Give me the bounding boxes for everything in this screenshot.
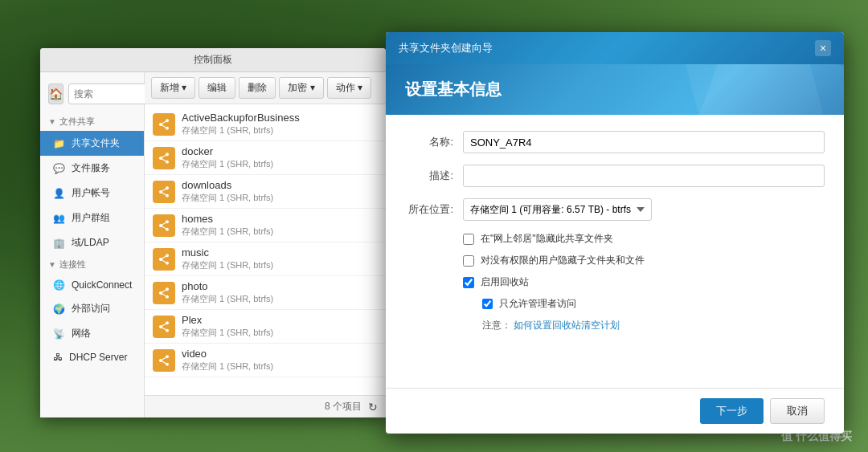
recycle-schedule-link[interactable]: 如何设置回收站清空计划 (514, 320, 620, 331)
recycle-checkbox[interactable] (463, 277, 474, 288)
file-meta: 存储空间 1 (SHR, btrfs) (182, 158, 378, 170)
sidebar-item-shared-folder[interactable]: 📁 共享文件夹 (40, 131, 144, 156)
dialog-titlebar: 共享文件夹创建向导 × (386, 32, 844, 64)
chevron-icon: ▼ (48, 117, 56, 126)
action-button[interactable]: 动作 ▾ (327, 77, 371, 99)
form-row-name: 名称: (405, 131, 825, 153)
file-name: downloads (182, 179, 378, 191)
admin-only-checkbox[interactable] (482, 299, 493, 309)
delete-button[interactable]: 删除 (239, 77, 276, 99)
share-icon (153, 113, 175, 136)
cp-main-content: 新增 ▾ 编辑 删除 加密 ▾ 动作 ▾ ActiveBackupforBusi… (145, 72, 386, 417)
hide-network-checkbox[interactable] (463, 234, 474, 245)
file-meta: 存储空间 1 (SHR, btrfs) (182, 124, 378, 136)
note-row: 注意： 如何设置回收站清空计划 (405, 319, 825, 332)
checkbox-row-admin-only: 只允许管理者访问 (405, 297, 825, 311)
file-info: ActiveBackupforBusiness 存储空间 1 (SHR, btr… (182, 112, 378, 136)
share-icon (153, 248, 175, 271)
form-row-desc: 描述: (405, 165, 825, 187)
sidebar-item-user-group[interactable]: 👥 用户群组 (40, 206, 144, 230)
share-icon (153, 349, 175, 372)
cp-sidebar: 🏠 ▼ 文件共享 📁 共享文件夹 💬 文件服务 👤 用户帐号 👥 用户群 (40, 72, 145, 417)
dialog-body: 名称: 描述: 所在位置: 存储空间 1 (可用容量: 6.57 TB) - b… (386, 115, 844, 388)
network-icon: 📡 (53, 328, 65, 340)
file-item[interactable]: downloads 存储空间 1 (SHR, btrfs) (145, 175, 386, 209)
file-list: ActiveBackupforBusiness 存储空间 1 (SHR, btr… (145, 104, 386, 395)
file-meta: 存储空间 1 (SHR, btrfs) (182, 192, 378, 204)
file-item[interactable]: video 存储空间 1 (SHR, btrfs) (145, 344, 386, 377)
dialog-header-banner: 设置基本信息 (386, 64, 844, 115)
new-button[interactable]: 新增 ▾ (151, 77, 195, 99)
file-item[interactable]: ActiveBackupforBusiness 存储空间 1 (SHR, btr… (145, 108, 386, 141)
section-connectivity: ▼ 连接性 (40, 255, 144, 274)
sidebar-top: 🏠 (40, 79, 144, 109)
dialog-main-title: 设置基本信息 (405, 79, 825, 100)
sidebar-item-network[interactable]: 📡 网络 (40, 321, 144, 346)
sidebar-item-file-service[interactable]: 💬 文件服务 (40, 156, 144, 181)
sidebar-item-ldap[interactable]: 🏢 域/LDAP (40, 230, 144, 255)
file-meta: 存储空间 1 (SHR, btrfs) (182, 360, 378, 373)
file-info: photo 存储空间 1 (SHR, btrfs) (182, 280, 378, 305)
domain-icon: 🏢 (53, 238, 65, 249)
file-info: downloads 存储空间 1 (SHR, btrfs) (182, 179, 378, 204)
checkbox-row-hide-noperm: 对没有权限的用户隐藏子文件夹和文件 (405, 254, 825, 267)
file-info: music 存储空间 1 (SHR, btrfs) (182, 246, 378, 271)
dialog-window: 共享文件夹创建向导 × 设置基本信息 名称: 描述: 所在位置: 存储空间 1 … (386, 32, 844, 434)
dhcp-icon: 🖧 (53, 352, 63, 363)
dialog-close-button[interactable]: × (815, 40, 831, 56)
edit-button[interactable]: 编辑 (199, 77, 235, 99)
file-name: music (182, 246, 378, 259)
file-meta: 存储空间 1 (SHR, btrfs) (182, 259, 378, 271)
sidebar-item-quickconnect[interactable]: 🌐 QuickConnect (40, 274, 144, 296)
control-panel-window: 控制面板 🏠 ▼ 文件共享 📁 共享文件夹 💬 文件服务 👤 用户帐号 (40, 48, 386, 417)
share-icon (153, 214, 175, 237)
file-item[interactable]: docker 存储空间 1 (SHR, btrfs) (145, 141, 386, 175)
desc-label: 描述: (405, 169, 453, 183)
share-icon (153, 316, 175, 338)
share-icon (153, 181, 175, 203)
sidebar-item-external-access[interactable]: 🌍 外部访问 (40, 296, 144, 321)
file-item[interactable]: photo 存储空间 1 (SHR, btrfs) (145, 276, 386, 310)
folder-shared-icon: 📁 (53, 138, 65, 149)
file-item[interactable]: homes 存储空间 1 (SHR, btrfs) (145, 209, 386, 242)
file-name: video (182, 348, 378, 360)
quickconnect-icon: 🌐 (53, 279, 65, 291)
file-item[interactable]: music 存储空间 1 (SHR, btrfs) (145, 242, 386, 276)
home-button[interactable]: 🏠 (48, 83, 63, 104)
share-icon (153, 147, 175, 169)
location-select-wrapper: 存储空间 1 (可用容量: 6.57 TB) - btrfs (463, 198, 825, 221)
cp-footer: 8 个项目 ↻ (145, 395, 386, 417)
file-info: docker 存储空间 1 (SHR, btrfs) (182, 145, 378, 170)
next-button[interactable]: 下一步 (700, 398, 764, 424)
file-name: Plex (182, 314, 378, 326)
encrypt-button[interactable]: 加密 ▾ (279, 77, 323, 99)
checkbox-row-recycle: 启用回收站 (405, 275, 825, 289)
desc-input[interactable] (463, 165, 825, 187)
location-select[interactable]: 存储空间 1 (可用容量: 6.57 TB) - btrfs (463, 198, 652, 221)
item-count: 8 个项目 (325, 400, 362, 413)
file-meta: 存储空间 1 (SHR, btrfs) (182, 226, 378, 238)
name-input[interactable] (463, 131, 825, 153)
form-row-location: 所在位置: 存储空间 1 (可用容量: 6.57 TB) - btrfs (405, 198, 825, 221)
cp-titlebar: 控制面板 (40, 48, 386, 72)
location-label: 所在位置: (405, 202, 453, 217)
chevron-icon-2: ▼ (48, 260, 56, 269)
recycle-label: 启用回收站 (481, 275, 529, 289)
cancel-button[interactable]: 取消 (770, 398, 825, 424)
cp-toolbar: 新增 ▾ 编辑 删除 加密 ▾ 动作 ▾ (145, 72, 386, 104)
note-prefix: 注意： (482, 320, 511, 331)
file-meta: 存储空间 1 (SHR, btrfs) (182, 327, 378, 339)
checkbox-row-hide-network: 在"网上邻居"隐藏此共享文件夹 (405, 232, 825, 246)
dialog-title-text: 共享文件夹创建向导 (399, 41, 493, 55)
file-meta: 存储空间 1 (SHR, btrfs) (182, 293, 378, 305)
file-info: homes 存储空间 1 (SHR, btrfs) (182, 213, 378, 238)
file-item[interactable]: Plex 存储空间 1 (SHR, btrfs) (145, 310, 386, 344)
sidebar-item-user-account[interactable]: 👤 用户帐号 (40, 181, 144, 206)
hide-noperm-checkbox[interactable] (463, 255, 474, 267)
file-name: ActiveBackupforBusiness (182, 112, 378, 124)
sidebar-item-dhcp[interactable]: 🖧 DHCP Server (40, 346, 144, 369)
file-name: homes (182, 213, 378, 225)
file-name: docker (182, 145, 378, 157)
refresh-icon[interactable]: ↻ (368, 401, 378, 413)
file-service-icon: 💬 (53, 163, 65, 174)
